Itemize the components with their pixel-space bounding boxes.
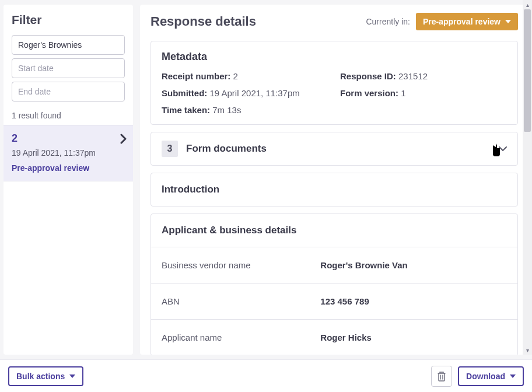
status-dropdown-label: Pre-approval review — [423, 17, 501, 26]
doc-count-badge: 3 — [162, 141, 178, 157]
detail-value: Roger Hicks — [320, 332, 372, 342]
chevron-right-icon — [120, 134, 127, 147]
detail-value: Roger's Brownie Van — [320, 260, 407, 270]
download-button[interactable]: Download — [458, 366, 524, 386]
response-id: Response ID: 231512 — [340, 71, 507, 81]
applicant-details-heading: Applicant & business details — [151, 214, 517, 247]
scroll-thumb[interactable] — [524, 9, 531, 132]
search-input[interactable] — [12, 35, 125, 55]
result-id: 2 — [12, 132, 125, 145]
page-title: Response details — [150, 14, 256, 29]
bulk-actions-button[interactable]: Bulk actions — [8, 366, 83, 386]
caret-down-icon — [510, 374, 516, 378]
start-date-input[interactable] — [12, 58, 125, 78]
form-version: Form version: 1 — [340, 88, 507, 98]
download-label: Download — [466, 372, 505, 381]
table-row: ABN 123 456 789 — [151, 284, 517, 320]
metadata-heading: Metadata — [162, 51, 507, 63]
bulk-actions-label: Bulk actions — [16, 372, 65, 381]
scroll-down-icon[interactable]: ▾ — [523, 345, 532, 355]
filter-sidebar: Filter 1 result found 2 19 April 2021, 1… — [4, 5, 133, 355]
end-date-input[interactable] — [12, 82, 125, 102]
table-row: Business vendor name Roger's Brownie Van — [151, 247, 517, 284]
response-details-panel: Response details Currently in: Pre-appro… — [140, 5, 528, 355]
trash-icon — [437, 371, 446, 382]
form-documents-label: Form documents — [186, 143, 267, 155]
result-status: Pre-approval review — [12, 163, 125, 173]
scrollbar[interactable]: ▴ ▾ — [523, 0, 532, 355]
receipt-number: Receipt number: 2 — [162, 71, 328, 81]
detail-value: 123 456 789 — [320, 296, 369, 306]
delete-button[interactable] — [431, 366, 452, 387]
scroll-up-icon[interactable]: ▴ — [523, 0, 532, 9]
caret-down-icon — [69, 374, 75, 378]
currently-in-label: Currently in: — [366, 17, 410, 26]
caret-down-icon — [505, 20, 511, 23]
applicant-details-block: Applicant & business details Business ve… — [150, 214, 518, 355]
submitted: Submitted: 19 April 2021, 11:37pm — [162, 88, 328, 98]
filter-title: Filter — [12, 13, 125, 27]
result-date: 19 April 2021, 11:37pm — [12, 148, 125, 158]
form-documents-panel[interactable]: 3 Form documents — [150, 132, 518, 166]
bottom-toolbar: Bulk actions Download — [0, 359, 532, 392]
status-dropdown[interactable]: Pre-approval review — [416, 13, 518, 30]
detail-label: ABN — [162, 296, 320, 306]
introduction-section[interactable]: Introduction — [150, 173, 518, 206]
table-row: Applicant name Roger Hicks — [151, 320, 517, 355]
time-taken: Time taken: 7m 13s — [162, 105, 507, 115]
chevron-down-icon — [499, 144, 507, 154]
detail-label: Applicant name — [162, 332, 320, 342]
result-item[interactable]: 2 19 April 2021, 11:37pm Pre-approval re… — [4, 125, 133, 181]
results-count: 1 result found — [4, 111, 133, 125]
metadata-panel: Metadata Receipt number: 2 Response ID: … — [150, 41, 518, 125]
detail-label: Business vendor name — [162, 260, 320, 270]
